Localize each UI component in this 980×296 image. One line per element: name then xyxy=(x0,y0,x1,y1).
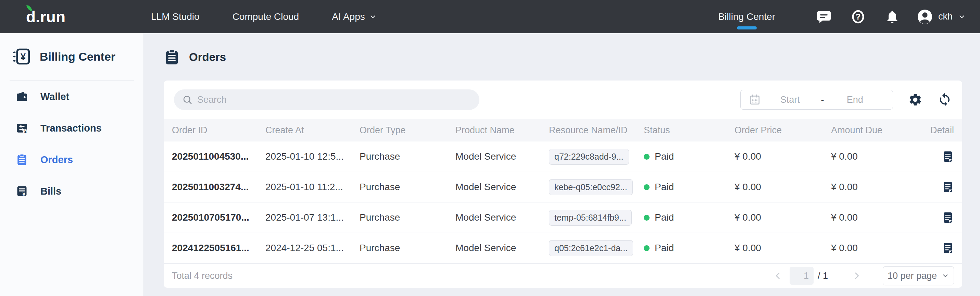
bills-icon: ¥ xyxy=(16,185,28,197)
cell-product-name: Model Service xyxy=(455,151,549,162)
date-end-field[interactable]: End xyxy=(826,95,885,105)
chevron-down-icon xyxy=(942,272,949,280)
nav-item-compute-cloud[interactable]: Compute Cloud xyxy=(232,11,299,22)
chevron-right-icon xyxy=(852,271,862,280)
cell-order-type: Purchase xyxy=(360,181,455,193)
orders-icon xyxy=(16,153,28,166)
date-separator: - xyxy=(820,95,826,105)
cell-amount-due: ¥ 0.00 xyxy=(831,151,923,162)
nav-item-billing-center[interactable]: Billing Center xyxy=(718,0,775,33)
col-header-resource: Resource Name/ID xyxy=(549,125,644,136)
cell-order-id: 2025011003274... xyxy=(172,181,266,193)
nav-item-ai-apps[interactable]: AI Apps xyxy=(332,11,377,22)
nav-label: Compute Cloud xyxy=(232,11,299,22)
pagination: / 1 10 per page xyxy=(773,266,954,285)
cell-order-id: 2025010705170... xyxy=(172,212,266,223)
cell-status: Paid xyxy=(644,151,735,162)
cell-create-at: 2024-12-25 05:1... xyxy=(266,243,360,253)
prev-page-button[interactable] xyxy=(773,271,783,280)
calendar-icon xyxy=(749,94,760,105)
cell-resource: kebe-q05:e0cc92... xyxy=(549,179,644,195)
status-dot-paid xyxy=(644,215,649,221)
page-title: Orders xyxy=(189,51,226,64)
resource-tag: q05:2c61e2c1-da... xyxy=(549,240,633,256)
status-label: Paid xyxy=(655,181,674,193)
orders-page-icon xyxy=(164,49,180,65)
page-size-label: 10 per page xyxy=(888,271,937,281)
cell-order-type: Purchase xyxy=(360,151,455,162)
cell-create-at: 2025-01-10 11:2... xyxy=(266,181,360,193)
col-header-order-type: Order Type xyxy=(360,125,455,136)
date-range-picker[interactable]: Start - End xyxy=(740,90,893,110)
col-header-amount-due: Amount Due xyxy=(831,125,923,136)
sidebar-item-orders[interactable]: Orders xyxy=(0,144,143,175)
cell-create-at: 2025-01-10 12:5... xyxy=(266,151,360,162)
status-label: Paid xyxy=(655,151,674,162)
status-dot-paid xyxy=(644,245,649,251)
cell-product-name: Model Service xyxy=(455,181,549,193)
cell-order-type: Purchase xyxy=(360,212,455,223)
page-number-input[interactable] xyxy=(790,267,814,285)
cell-resource: q72:229c8add-9... xyxy=(549,149,644,165)
cell-amount-due: ¥ 0.00 xyxy=(831,243,923,253)
cell-product-name: Model Service xyxy=(455,243,549,253)
nav-label: AI Apps xyxy=(332,11,365,22)
table-footer: Total 4 records / 1 10 per page xyxy=(164,263,962,288)
logo[interactable]: d.run xyxy=(26,8,65,26)
billing-ledger-icon: ¥ xyxy=(12,47,31,66)
col-header-order-price: Order Price xyxy=(735,125,831,136)
sidebar-title: ¥ Billing Center xyxy=(0,48,143,65)
refresh-icon xyxy=(937,92,952,107)
page-total-label: / 1 xyxy=(818,271,828,281)
help-icon[interactable]: ? xyxy=(851,9,865,24)
nav-item-llm-studio[interactable]: LLM Studio xyxy=(151,11,200,22)
nav-label: LLM Studio xyxy=(151,11,200,22)
settings-button[interactable] xyxy=(908,92,923,107)
detail-button[interactable] xyxy=(942,242,954,254)
cell-order-type: Purchase xyxy=(360,243,455,253)
table-row: 2025010705170... 2025-01-07 13:1... Purc… xyxy=(164,202,962,233)
notification-icon[interactable] xyxy=(885,9,900,24)
col-header-order-id: Order ID xyxy=(172,125,266,136)
resource-tag: q72:229c8add-9... xyxy=(549,149,629,165)
table-header-row: Order ID Create At Order Type Product Na… xyxy=(164,119,962,142)
detail-button[interactable] xyxy=(942,212,954,224)
col-header-status: Status xyxy=(644,125,735,136)
table-toolbar: Start - End xyxy=(164,81,962,119)
chevron-down-icon xyxy=(369,13,377,21)
table-row: 2024122505161... 2024-12-25 05:1... Purc… xyxy=(164,233,962,263)
cell-status: Paid xyxy=(644,212,735,223)
sidebar-item-label: Bills xyxy=(40,186,61,197)
svg-text:?: ? xyxy=(856,12,861,21)
sidebar-item-transactions[interactable]: ¥ Transactions xyxy=(0,112,143,144)
next-page-button[interactable] xyxy=(852,271,862,280)
detail-button[interactable] xyxy=(942,150,954,163)
detail-icon xyxy=(942,242,954,254)
total-records-label: Total 4 records xyxy=(172,271,232,281)
table-row: 2025011004530... 2025-01-10 12:5... Purc… xyxy=(164,142,962,172)
cell-resource: temp-05:6814fb9... xyxy=(549,210,644,226)
top-nav: LLM Studio Compute Cloud AI Apps xyxy=(151,11,377,22)
sidebar-item-label: Orders xyxy=(40,154,73,166)
detail-icon xyxy=(942,150,954,163)
refresh-button[interactable] xyxy=(937,92,952,107)
sidebar-item-label: Wallet xyxy=(40,91,69,102)
billing-center-label: Billing Center xyxy=(718,11,775,22)
cell-product-name: Model Service xyxy=(455,212,549,223)
sidebar-item-wallet[interactable]: Wallet xyxy=(0,81,143,112)
detail-button[interactable] xyxy=(942,181,954,193)
user-menu[interactable]: ckh xyxy=(917,9,966,25)
sidebar-item-bills[interactable]: ¥ Bills xyxy=(0,175,143,207)
resource-tag: temp-05:6814fb9... xyxy=(549,210,632,226)
date-start-field[interactable]: Start xyxy=(760,95,820,105)
gear-icon xyxy=(908,92,923,107)
message-icon[interactable] xyxy=(816,9,831,24)
cell-create-at: 2025-01-07 13:1... xyxy=(266,212,360,223)
status-label: Paid xyxy=(655,243,674,253)
col-header-product-name: Product Name xyxy=(455,125,549,136)
search-icon xyxy=(182,95,192,105)
detail-icon xyxy=(942,181,954,193)
main-content: Orders xyxy=(144,33,980,296)
page-size-select[interactable]: 10 per page xyxy=(883,266,954,285)
search-input[interactable] xyxy=(197,95,479,105)
